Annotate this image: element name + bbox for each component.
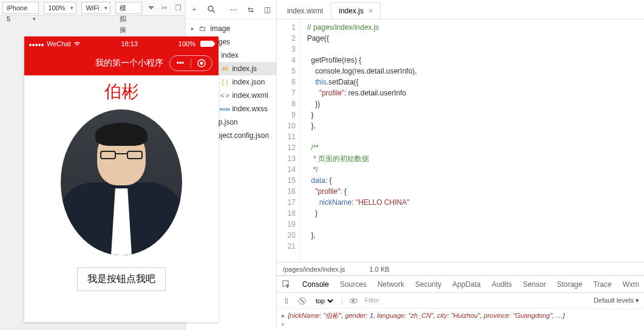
avatar — [61, 109, 182, 255]
console-prompt[interactable]: › — [282, 320, 284, 328]
phone-navbar: 我的第一个小程序 ••• — [24, 51, 219, 75]
tree-item-label: index.json — [232, 78, 265, 86]
svg-point-1 — [200, 62, 203, 65]
sim-action-select[interactable]: 模拟操作 — [115, 2, 142, 14]
inspect-icon[interactable] — [282, 280, 291, 289]
phone-status-bar: WeChat 18:13 100% — [24, 36, 219, 51]
profile-button[interactable]: 我是按钮点我吧 — [77, 267, 166, 291]
split-icon[interactable]: ◫ — [263, 5, 273, 15]
devtools-tab-wxm[interactable]: Wxm — [623, 280, 639, 289]
live-expression-icon[interactable] — [349, 296, 359, 306]
tree-item-label: index.js — [232, 64, 257, 73]
nickname-label: 伯彬 — [24, 80, 219, 103]
capsule-menu-button[interactable]: ••• — [170, 56, 191, 70]
devtools-tab-network[interactable]: Network — [378, 280, 404, 289]
device-select[interactable]: iPhone 5 — [2, 2, 39, 14]
devtools-tab-appdata[interactable]: AppData — [452, 280, 481, 289]
devtools-tab-sensor[interactable]: Sensor — [523, 280, 546, 289]
tree-item-label: index — [221, 51, 239, 60]
tab-index-wxml[interactable]: index.wxml — [279, 2, 331, 19]
file-size: 1.0 KB — [370, 266, 390, 273]
clear-console-icon[interactable] — [297, 296, 307, 306]
carrier-label: WeChat — [47, 40, 71, 47]
add-icon[interactable]: ＋ — [189, 5, 199, 15]
phone-simulator: WeChat 18:13 100% 我的第一个小程序 ••• — [24, 36, 219, 322]
file-icon: wxss — [220, 107, 229, 111]
devtools-tab-audits[interactable]: Audits — [492, 280, 512, 289]
network-select[interactable]: WiFi — [81, 2, 110, 14]
editor-tabs: index.wxmlindex.js× — [277, 0, 644, 19]
log-levels-select[interactable]: Default levels ▾ — [594, 297, 639, 304]
context-select[interactable]: top — [313, 295, 335, 306]
devtools-tab-trace[interactable]: Trace — [593, 280, 611, 289]
tab-index-js[interactable]: index.js× — [331, 2, 381, 19]
svg-line-3 — [212, 10, 215, 13]
tree-item-label: image — [210, 24, 230, 33]
console-log-entry[interactable]: ▸{nickName: "伯彬", gender: 1, language: "… — [282, 311, 639, 320]
time-label: 18:13 — [121, 40, 138, 47]
more-icon[interactable]: ⋯ — [229, 5, 239, 15]
code-editor[interactable]: 123456789101112131415161718192021 // pag… — [277, 19, 644, 262]
tab-label: index.wxml — [287, 7, 323, 15]
tab-label: index.js — [339, 7, 364, 15]
toggle-device-icon[interactable]: ▯ — [282, 296, 291, 306]
detach-icon[interactable]: ❐ — [175, 4, 181, 12]
simulator-toolbar: iPhone 5 100% WiFi 模拟操作 ✂ ❐ — [0, 0, 185, 16]
battery-icon — [200, 41, 214, 47]
devtools-tab-storage[interactable]: Storage — [557, 280, 582, 289]
wifi-icon — [73, 41, 81, 47]
collapse-icon[interactable]: ⇆ — [246, 5, 256, 15]
capsule-close-button[interactable] — [191, 56, 212, 70]
file-icon: < > — [220, 92, 229, 99]
mute-icon[interactable] — [148, 6, 154, 10]
cut-icon[interactable]: ✂ — [161, 4, 168, 12]
signal-icon — [29, 40, 44, 47]
file-path: /pages/index/index.js — [283, 266, 345, 273]
editor-status-bar: /pages/index/index.js 1.0 KB — [277, 262, 644, 275]
close-icon[interactable]: × — [368, 7, 373, 15]
devtools-panel: ConsoleSourcesNetworkSecurityAppDataAudi… — [277, 275, 644, 330]
devtools-tab-security[interactable]: Security — [415, 280, 441, 289]
tree-item-label: project.config.json — [210, 131, 269, 140]
tree-item-label: index.wxss — [232, 105, 268, 113]
zoom-select[interactable]: 100% — [44, 2, 76, 14]
file-icon: JS — [220, 66, 229, 72]
page-title: 我的第一个小程序 — [95, 58, 163, 69]
devtools-tab-console[interactable]: Console — [302, 280, 329, 289]
svg-point-2 — [208, 6, 213, 11]
devtools-tab-sources[interactable]: Sources — [340, 280, 367, 289]
tree-item-label: index.wxml — [232, 91, 268, 100]
file-icon: 🗀 — [198, 24, 208, 33]
search-icon[interactable] — [206, 5, 216, 15]
battery-label: 100% — [178, 40, 195, 47]
tree-item-image[interactable]: ▸🗀image — [186, 22, 276, 35]
filter-input[interactable] — [365, 295, 486, 306]
file-icon: { } — [220, 78, 229, 86]
explorer-toolbar: ＋ ⋯ ⇆ ◫ — [186, 0, 276, 19]
